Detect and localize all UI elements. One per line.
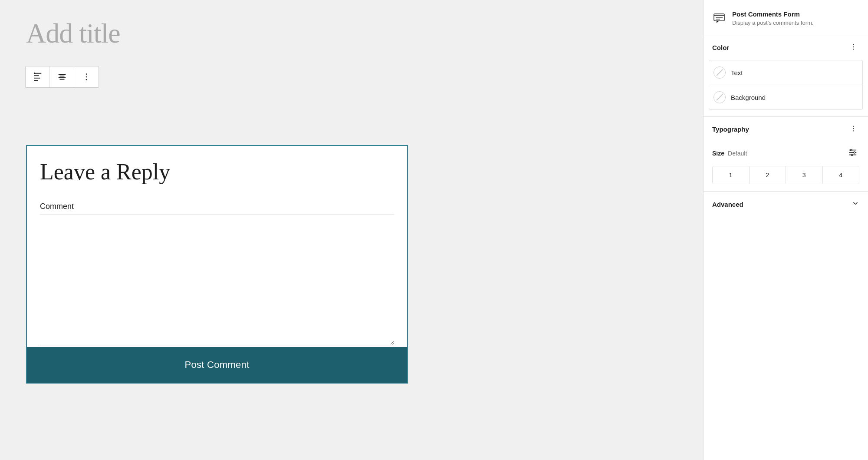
svg-point-19 — [853, 126, 854, 127]
background-color-swatch — [713, 91, 726, 103]
size-value: Default — [728, 150, 747, 157]
comment-textarea-wrapper — [40, 215, 394, 347]
sidebar-title-group: Post Comments Form Display a post's comm… — [732, 10, 813, 26]
background-color-label: Background — [731, 94, 766, 101]
font-size-4-button[interactable]: 4 — [823, 166, 859, 184]
svg-point-21 — [853, 130, 854, 131]
block-toolbar — [25, 66, 99, 88]
align-top-button[interactable] — [26, 66, 50, 87]
comment-label: Comment — [40, 202, 394, 215]
sidebar-block-title: Post Comments Form — [732, 10, 813, 18]
center-align-button[interactable] — [50, 66, 74, 87]
comment-textarea[interactable] — [40, 215, 394, 345]
sidebar-block-desc: Display a post's comments form. — [732, 20, 813, 26]
svg-rect-4 — [34, 73, 35, 74]
editor-area: Add title — [0, 0, 703, 460]
text-color-label: Text — [731, 69, 743, 76]
svg-point-11 — [86, 79, 87, 80]
color-section-header[interactable]: Color — [704, 35, 868, 60]
svg-point-9 — [86, 73, 87, 75]
advanced-section: Advanced — [704, 192, 868, 217]
advanced-section-header[interactable]: Advanced — [704, 192, 868, 217]
svg-point-20 — [853, 128, 854, 129]
page-title[interactable]: Add title — [26, 17, 120, 50]
svg-point-25 — [851, 149, 852, 151]
font-size-2-button[interactable]: 2 — [750, 166, 786, 184]
chevron-down-icon — [852, 199, 859, 209]
color-section-title: Color — [712, 44, 729, 51]
size-tune-button[interactable] — [846, 146, 859, 161]
size-label: Size — [712, 150, 724, 157]
svg-point-27 — [851, 154, 853, 156]
font-size-buttons: 1 2 3 4 — [712, 166, 859, 184]
typography-menu-button[interactable] — [848, 125, 859, 134]
color-option-background[interactable]: Background — [709, 85, 863, 110]
font-size-3-button[interactable]: 3 — [786, 166, 823, 184]
sidebar: Post Comments Form Display a post's comm… — [703, 0, 868, 460]
svg-point-18 — [853, 49, 854, 50]
typography-section: Typography Size Default — [704, 117, 868, 192]
size-row: Size Default — [704, 142, 868, 164]
color-options: Text Background — [704, 60, 868, 116]
typography-section-title: Typography — [712, 126, 749, 133]
post-comments-icon — [712, 11, 726, 25]
color-option-text[interactable]: Text — [709, 60, 863, 85]
advanced-section-title: Advanced — [712, 201, 743, 208]
svg-point-10 — [86, 76, 87, 78]
typography-section-header[interactable]: Typography — [704, 117, 868, 142]
comment-form-block: Leave a Reply Comment Post Comment — [26, 145, 408, 384]
leave-reply-title: Leave a Reply — [40, 159, 394, 185]
post-comment-button[interactable]: Post Comment — [27, 347, 407, 383]
color-menu-button[interactable] — [848, 43, 859, 52]
more-options-button[interactable] — [74, 66, 99, 87]
text-color-swatch — [713, 66, 726, 79]
font-size-1-button[interactable]: 1 — [713, 166, 750, 184]
svg-point-17 — [853, 46, 854, 47]
svg-point-16 — [853, 44, 854, 45]
sidebar-block-header: Post Comments Form Display a post's comm… — [704, 0, 868, 35]
svg-point-26 — [854, 152, 855, 153]
color-section: Color Text Background — [704, 35, 868, 117]
